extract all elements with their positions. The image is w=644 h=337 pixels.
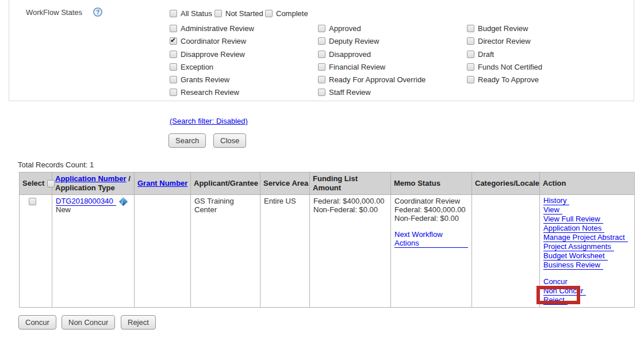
workflow-states-label: WorkFlow States	[26, 8, 82, 17]
grant-number-cell	[135, 195, 191, 308]
state-option-deputy-review: Deputy Review	[318, 37, 379, 45]
status-option-not-started: Not Started	[214, 9, 263, 18]
reject-button[interactable]: Reject	[121, 315, 156, 330]
application-cell: DTG2018000340i New	[52, 195, 135, 308]
column-header-action: Action	[540, 173, 635, 195]
checkbox-label: Draft	[478, 50, 494, 59]
history-link[interactable]: History	[543, 197, 569, 205]
checkbox-not-started[interactable]	[214, 10, 222, 17]
search-button[interactable]: Search	[168, 133, 206, 148]
info-diamond-icon[interactable]: i	[118, 197, 128, 206]
help-icon[interactable]: ?	[93, 7, 102, 17]
grant-number-sort-link[interactable]: Grant Number	[137, 179, 187, 187]
checkbox-deputy-review[interactable]	[318, 37, 325, 45]
funding-federal: Federal: $400,000.00	[313, 197, 387, 205]
total-records-count: Total Records Count: 1	[18, 160, 94, 169]
column-header-categories: Categories/Locale	[472, 173, 540, 195]
column-header-application: Application Number / Application Type	[52, 173, 135, 195]
column-header-memo-status: Memo Status	[391, 173, 472, 195]
checkbox-budget-review[interactable]	[467, 25, 474, 32]
funding-header-line2: Amount	[313, 183, 341, 192]
checkbox-label: Research Review	[181, 88, 239, 97]
state-option-disapprove-review: Disapprove Review	[170, 50, 245, 59]
checkbox-administrative-review[interactable]	[170, 25, 177, 32]
application-number-link[interactable]: DTG2018000340	[56, 197, 116, 206]
annotation-reject-highlight	[536, 286, 580, 304]
view-link[interactable]: View	[543, 206, 562, 215]
checkbox-exception[interactable]	[170, 63, 177, 71]
state-option-grants-review: Grants Review	[170, 75, 229, 84]
state-option-approved: Approved	[318, 24, 361, 33]
row-select-checkbox[interactable]	[29, 198, 36, 205]
application-number-sort-link[interactable]: Application Number	[55, 174, 126, 183]
column-header-grant-number: Grant Number	[135, 173, 191, 195]
checkbox-label: Exception	[181, 63, 213, 71]
manage-project-abstract-link[interactable]: Manage Project Abstract	[543, 233, 628, 242]
concur-link[interactable]: Concur	[543, 278, 570, 286]
checkbox-label: Staff Review	[329, 88, 371, 97]
checkbox-label: All Status	[181, 9, 212, 18]
checkbox-label: Funds Not Certified	[478, 63, 542, 71]
memo-status-cell: Coordinator Review Federal: $400,000.00 …	[391, 195, 472, 308]
checkbox-all-status[interactable]	[170, 10, 177, 17]
checkbox-coordinator-review[interactable]	[170, 37, 177, 45]
checkbox-research-review[interactable]	[170, 89, 177, 96]
checkbox-funds-not-certified[interactable]	[467, 63, 474, 71]
checkbox-ready-for-approval-override[interactable]	[318, 76, 325, 83]
checkbox-label: Ready For Approval Override	[329, 75, 425, 84]
application-notes-link[interactable]: Application Notes	[543, 224, 604, 233]
state-option-director-review: Director Review	[467, 37, 531, 45]
project-assignments-link[interactable]: Project Assignments	[543, 243, 614, 251]
checkbox-approved[interactable]	[318, 25, 325, 32]
column-header-service-area: Service Area	[260, 173, 310, 195]
checkbox-label: Budget Review	[478, 24, 528, 33]
checkbox-label: Financial Review	[329, 63, 385, 71]
non-concur-button[interactable]: Non Concur	[62, 315, 115, 330]
checkbox-label: Administrative Review	[181, 24, 254, 33]
state-option-exception: Exception	[170, 63, 213, 71]
select-cell	[20, 195, 52, 308]
memo-federal: Federal: $400,000.00	[394, 205, 468, 214]
close-button[interactable]: Close	[213, 133, 246, 148]
checkbox-director-review[interactable]	[467, 37, 474, 45]
state-option-ready-to-approve: Ready To Approve	[467, 75, 539, 84]
state-option-financial-review: Financial Review	[318, 63, 385, 71]
view-full-review-link[interactable]: View Full Review	[543, 215, 603, 224]
state-option-funds-not-certified: Funds Not Certified	[467, 63, 542, 71]
application-type-value: New	[56, 205, 131, 214]
state-option-research-review: Research Review	[170, 88, 239, 97]
application-type-header-label: Application Type	[55, 183, 115, 192]
checkbox-staff-review[interactable]	[318, 89, 325, 96]
checkbox-disapprove-review[interactable]	[170, 51, 177, 58]
next-workflow-actions-link[interactable]: Next Workflow Actions	[394, 230, 468, 248]
checkbox-label: Complete	[276, 9, 308, 18]
state-option-coordinator-review: Coordinator Review	[170, 37, 246, 45]
checkbox-grants-review[interactable]	[170, 76, 177, 83]
checkbox-financial-review[interactable]	[318, 63, 325, 71]
checkbox-label: Coordinator Review	[181, 37, 246, 45]
workflow-search-page: WorkFlow States ? All Status Not Started…	[0, 0, 644, 337]
memo-nonfederal: Non-Federal: $0.00	[394, 214, 468, 223]
table-header-row: Select Application Number / Application …	[20, 173, 635, 195]
checkbox-draft[interactable]	[467, 51, 474, 58]
concur-button[interactable]: Concur	[18, 315, 56, 330]
checkbox-label: Grants Review	[181, 75, 229, 84]
select-all-checkbox[interactable]	[47, 180, 55, 187]
state-option-disapproved: Disapproved	[318, 50, 371, 59]
checkbox-label: Approved	[329, 24, 361, 33]
budget-worksheet-link[interactable]: Budget Worksheet	[543, 252, 608, 261]
state-option-staff-review: Staff Review	[318, 88, 371, 97]
categories-cell	[472, 195, 540, 308]
checkbox-label: Disapproved	[329, 50, 371, 59]
state-option-draft: Draft	[467, 50, 494, 59]
funding-nonfederal: Non-Federal: $0.00	[313, 205, 387, 214]
service-area-cell: Entire US	[260, 195, 310, 308]
search-filter-link[interactable]: (Search filter: Disabled)	[170, 117, 248, 125]
business-review-link[interactable]: Business Review	[543, 261, 603, 270]
status-option-complete: Complete	[265, 9, 308, 18]
checkbox-ready-to-approve[interactable]	[467, 76, 474, 83]
checkbox-complete[interactable]	[265, 10, 273, 17]
state-option-ready-for-approval-override: Ready For Approval Override	[318, 75, 425, 84]
checkbox-disapproved[interactable]	[318, 51, 325, 58]
checkbox-label: Ready To Approve	[478, 75, 539, 84]
